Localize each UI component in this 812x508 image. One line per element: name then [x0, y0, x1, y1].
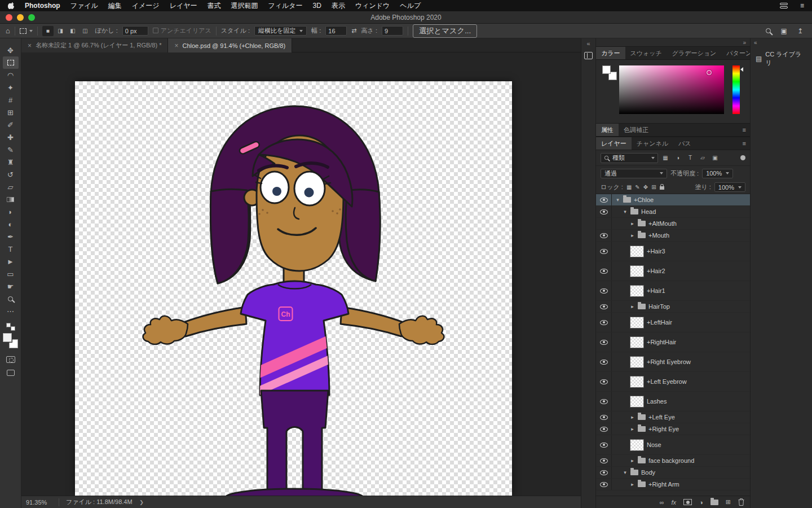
path-selection-tool[interactable]: ►: [3, 255, 19, 268]
visibility-toggle[interactable]: [596, 423, 612, 435]
visibility-toggle[interactable]: [596, 242, 612, 261]
new-group-icon[interactable]: [710, 500, 718, 505]
visibility-toggle[interactable]: [596, 218, 612, 229]
layer-row[interactable]: +RightHair: [596, 332, 750, 352]
adjustment-layer-icon[interactable]: ◑: [699, 499, 703, 506]
default-colors-icon[interactable]: [6, 323, 15, 331]
layer-style-icon[interactable]: fx: [672, 499, 677, 506]
layer-row[interactable]: ▸face background: [596, 455, 750, 467]
expand-panels-icon[interactable]: «: [586, 40, 590, 47]
layer-thumbnail[interactable]: [630, 396, 644, 408]
crop-tool[interactable]: #: [3, 94, 19, 106]
chevron-expanded-icon[interactable]: ▾: [623, 470, 628, 475]
menu-select[interactable]: 選択範囲: [231, 1, 258, 11]
layer-thumbnail[interactable]: [630, 265, 644, 277]
layer-row[interactable]: ▸+Mouth: [596, 230, 750, 242]
visibility-toggle[interactable]: [596, 479, 612, 490]
status-options-chevron[interactable]: ❯: [139, 500, 144, 505]
chevron-collapsed-icon[interactable]: ▸: [630, 221, 635, 226]
minimize-window-button[interactable]: [17, 14, 24, 21]
collapsed-panel-icon[interactable]: [584, 52, 593, 59]
clone-stamp-tool[interactable]: ♜: [3, 156, 19, 168]
layer-row[interactable]: ▸HairTop: [596, 301, 750, 313]
history-brush-tool[interactable]: ↺: [3, 168, 19, 181]
visibility-toggle[interactable]: [596, 411, 612, 423]
menu-lines-icon[interactable]: ≡: [800, 2, 804, 10]
panel-menu-icon[interactable]: ≡: [739, 124, 750, 136]
tab-layers[interactable]: レイヤー: [596, 137, 632, 150]
close-window-button[interactable]: [6, 14, 12, 21]
layer-row[interactable]: ▸+Right Eye: [596, 423, 750, 435]
menu-edit[interactable]: 編集: [108, 1, 122, 11]
brush-tool[interactable]: ✎: [3, 143, 19, 156]
smart-object-filter-icon[interactable]: ▣: [710, 153, 720, 163]
visibility-toggle[interactable]: [596, 455, 612, 466]
menu-filter[interactable]: フィルター: [268, 1, 302, 11]
eyedropper-tool[interactable]: ✐: [3, 119, 19, 131]
opacity-select[interactable]: 100%: [702, 169, 733, 178]
collapse-panels-icon[interactable]: »: [743, 40, 746, 46]
cc-library-header[interactable]: ▤ CC ライブラリ: [751, 46, 812, 71]
visibility-toggle[interactable]: [596, 261, 612, 281]
tab-swatches[interactable]: スウォッチ: [625, 47, 667, 59]
visibility-toggle[interactable]: [596, 301, 612, 312]
antialias-checkbox[interactable]: アンチエイリアス: [153, 27, 211, 35]
subtract-from-selection-button[interactable]: ◧: [67, 26, 78, 36]
chevron-collapsed-icon[interactable]: ▸: [630, 414, 635, 420]
chevron-collapsed-icon[interactable]: ▸: [630, 233, 635, 238]
saturation-brightness-field[interactable]: [619, 65, 724, 114]
menu-window[interactable]: ウィンドウ: [355, 1, 390, 11]
layer-row[interactable]: Lashes: [596, 392, 750, 411]
visibility-toggle[interactable]: [596, 467, 612, 478]
expand-library-icon[interactable]: «: [754, 40, 757, 46]
lasso-tool[interactable]: ◠: [3, 69, 19, 81]
screen-mode-button[interactable]: [7, 370, 15, 376]
tab-paths[interactable]: パス: [673, 137, 696, 150]
visibility-toggle[interactable]: [596, 435, 612, 454]
layer-row[interactable]: +Hair2: [596, 261, 750, 281]
menu-view[interactable]: 表示: [332, 1, 345, 11]
hue-slider[interactable]: [732, 65, 740, 114]
apple-menu[interactable]: [8, 2, 15, 10]
select-and-mask-button[interactable]: 選択とマスク...: [413, 24, 477, 38]
healing-brush-tool[interactable]: ✚: [3, 131, 19, 143]
layer-thumbnail[interactable]: [630, 336, 644, 348]
rectangle-tool[interactable]: ▭: [3, 268, 19, 280]
add-mask-icon[interactable]: [683, 499, 692, 505]
layer-row[interactable]: ▾Head: [596, 206, 750, 218]
control-center-icon[interactable]: [780, 3, 788, 8]
visibility-toggle[interactable]: [596, 194, 612, 205]
layer-thumbnail[interactable]: [630, 376, 644, 388]
menu-help[interactable]: ヘルプ: [400, 1, 421, 11]
color-picker-swatches[interactable]: [602, 65, 617, 80]
frame-tool[interactable]: ⊞: [3, 106, 19, 119]
chevron-expanded-icon[interactable]: ▾: [615, 197, 620, 203]
canvas-surface[interactable]: Ch: [75, 81, 512, 496]
workspace-icon[interactable]: ▣: [781, 27, 787, 35]
visibility-toggle[interactable]: [596, 392, 612, 411]
layer-thumbnail[interactable]: [630, 246, 644, 257]
layer-thumbnail[interactable]: [630, 285, 644, 297]
layer-row[interactable]: ▾+Chloe: [596, 194, 750, 206]
menu-file[interactable]: ファイル: [70, 1, 98, 11]
layer-row[interactable]: +LeftHair: [596, 313, 750, 332]
home-icon[interactable]: ⌂: [6, 27, 10, 35]
chevron-collapsed-icon[interactable]: ▸: [630, 481, 635, 487]
delete-layer-icon[interactable]: [738, 498, 744, 506]
rectangular-marquee-tool[interactable]: [3, 56, 19, 69]
feather-input[interactable]: [122, 26, 148, 36]
blend-mode-select[interactable]: 通過: [601, 169, 667, 178]
eraser-tool[interactable]: ▱: [3, 181, 19, 193]
visibility-toggle[interactable]: [596, 313, 612, 332]
height-input[interactable]: [382, 26, 403, 36]
zoom-window-button[interactable]: [28, 14, 35, 21]
layer-thumbnail[interactable]: [630, 356, 644, 368]
pixel-layer-filter-icon[interactable]: ▦: [660, 153, 670, 163]
dodge-tool[interactable]: ◐: [3, 218, 19, 230]
fill-select[interactable]: 100%: [714, 182, 745, 192]
chevron-collapsed-icon[interactable]: ▸: [630, 304, 635, 309]
share-icon[interactable]: ↥: [797, 27, 803, 35]
visibility-toggle[interactable]: [596, 281, 612, 300]
style-select[interactable]: 縦横比を固定: [254, 26, 307, 36]
menu-3d[interactable]: 3D: [313, 2, 321, 10]
